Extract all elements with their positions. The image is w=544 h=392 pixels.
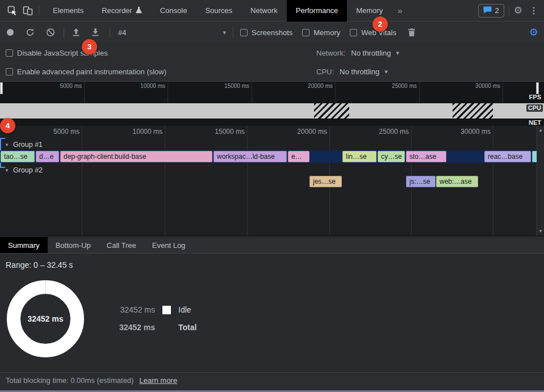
tab-console[interactable]: Console — [151, 0, 196, 22]
time-breakdown-donut — [7, 280, 84, 357]
tab-recorder[interactable]: Recorder — [93, 0, 150, 22]
trash-icon[interactable] — [407, 27, 417, 37]
flame-bar[interactable]: e… — [288, 151, 309, 162]
tab-label: Event Log — [152, 241, 186, 250]
cpu-hatch-layer — [0, 103, 544, 119]
flame-bar[interactable]: jes…se — [309, 176, 342, 187]
group-2-track: jes…sejs:…seweb:…ase — [0, 175, 544, 188]
legend-value: 32452 ms — [118, 305, 155, 314]
tab-sources[interactable]: Sources — [196, 0, 241, 22]
chevron-down-icon: ▾ — [384, 68, 388, 75]
checkbox-box[interactable] — [240, 29, 248, 36]
annotation-badge-3: 3 — [82, 39, 97, 54]
flame-bar[interactable]: workspac…ld-base — [214, 151, 287, 162]
group-label: Group #2 — [13, 166, 43, 174]
settings-gear-icon[interactable]: ⚙ — [514, 5, 522, 16]
legend-label: Total — [178, 323, 196, 332]
divider — [233, 27, 233, 38]
tab-summary[interactable]: Summary — [0, 237, 48, 253]
legend-row-total: 32452 ms Total — [118, 323, 196, 332]
flame-bar[interactable]: web:…ase — [436, 176, 478, 187]
legend-label: Idle — [178, 305, 191, 314]
flame-bar[interactable]: tao…se — [1, 151, 35, 162]
total-blocking-time-text: Total blocking time: 0.00ms (estimated) — [6, 376, 133, 385]
device-toolbar-icon[interactable] — [22, 5, 34, 17]
cpu-busy-hatch — [453, 103, 493, 119]
console-messages-button[interactable]: 2 — [478, 4, 504, 18]
capture-settings-gear-icon[interactable]: ⚙ — [529, 26, 538, 39]
checkbox-label: Memory — [313, 28, 340, 37]
divider — [64, 27, 64, 38]
experiment-flask-icon — [136, 6, 142, 15]
tab-performance[interactable]: Performance — [287, 0, 347, 22]
tab-label: Recorder — [102, 6, 132, 15]
divider — [110, 27, 110, 38]
ruler-tick: 30000 ms — [503, 82, 503, 103]
tab-call-tree[interactable]: Call Tree — [99, 237, 144, 253]
tab-label: Sources — [205, 6, 232, 15]
tab-label: Elements — [53, 6, 83, 15]
flame-bar[interactable]: cy…se — [378, 151, 405, 162]
network-label: Network: — [316, 49, 345, 57]
advanced-paint-checkbox[interactable]: Enable advanced paint instrumentation (s… — [6, 68, 166, 76]
screenshots-checkbox[interactable]: Screenshots — [240, 28, 292, 37]
overview-cpu-band — [0, 103, 544, 119]
learn-more-link[interactable]: Learn more — [139, 376, 177, 385]
overview-left-handle[interactable] — [0, 82, 3, 94]
save-profile-icon[interactable] — [90, 27, 101, 37]
checkbox-box[interactable] — [350, 29, 357, 36]
vertical-scrollbar[interactable]: ▲ ▼ — [537, 126, 544, 235]
timeline-overview[interactable]: 5000 ms10000 ms15000 ms20000 ms25000 ms3… — [0, 81, 544, 126]
record-button[interactable] — [7, 29, 14, 36]
collapse-triangle-icon[interactable]: ▼ — [5, 142, 9, 147]
tab-event-log[interactable]: Event Log — [144, 237, 194, 253]
network-throttle-select[interactable]: No throttling ▾ — [351, 49, 399, 57]
cpu-throttle-control: CPU: No throttling ▾ — [316, 68, 388, 76]
details-tabbar: Summary Bottom-Up Call Tree Event Log — [0, 237, 544, 254]
recording-select[interactable]: #4 ▾ — [118, 28, 226, 37]
checkbox-box[interactable] — [302, 29, 309, 36]
group-2-header[interactable]: ▼ Group #2 — [5, 166, 43, 174]
checkbox-box[interactable] — [6, 49, 13, 57]
network-throttle-control: Network: No throttling ▾ — [316, 49, 399, 57]
cpu-busy-hatch — [314, 103, 349, 119]
scroll-down-icon[interactable]: ▼ — [538, 229, 543, 234]
more-options-icon[interactable]: ⋮ — [529, 5, 538, 16]
collapse-triangle-icon[interactable]: ▼ — [5, 168, 9, 173]
divider — [39, 5, 39, 16]
overview-right-handle[interactable] — [536, 82, 539, 94]
flame-bar[interactable]: js:…se — [406, 176, 436, 187]
chevron-down-icon: ▾ — [223, 29, 226, 36]
load-profile-icon[interactable] — [71, 27, 81, 37]
tab-elements[interactable]: Elements — [44, 0, 93, 22]
flame-bar[interactable]: lin…se — [342, 151, 376, 162]
tab-label: Bottom-Up — [56, 241, 91, 250]
flame-bar[interactable]: dep-graph-client:build-base — [60, 151, 212, 162]
more-tabs-icon[interactable]: » — [392, 6, 408, 15]
tabbar-right-controls: 2 ⚙ ⋮ — [478, 4, 544, 18]
flame-bar[interactable]: reac…base — [484, 151, 531, 162]
tab-label: Performance — [296, 6, 338, 15]
scroll-up-icon[interactable]: ▲ — [538, 128, 543, 133]
checkbox-box[interactable] — [6, 68, 13, 75]
cpu-throttle-select[interactable]: No throttling ▾ — [340, 68, 388, 76]
tab-label: Memory — [356, 6, 383, 15]
group-1-header[interactable]: ▼ Group #1 — [5, 141, 43, 149]
tab-bottom-up[interactable]: Bottom-Up — [48, 237, 99, 253]
panel-tabs: Elements Recorder Console Sources Networ… — [44, 0, 408, 22]
ruler-tick: 15000 ms — [252, 82, 252, 103]
tab-network[interactable]: Network — [241, 0, 287, 22]
idle-swatch — [162, 306, 171, 314]
flame-bar[interactable]: sto…ase — [406, 151, 446, 162]
summary-pane: Range: 0 – 32.45 s 32452 ms 32452 ms Idl… — [0, 254, 544, 372]
devtools-window: Elements Recorder Console Sources Networ… — [0, 0, 544, 392]
console-messages-count: 2 — [495, 6, 499, 15]
reload-and-record-button[interactable] — [25, 27, 35, 37]
flame-bar[interactable]: d…e — [36, 151, 59, 162]
inspect-element-icon[interactable] — [6, 5, 18, 17]
flame-chart: 5000 ms10000 ms15000 ms20000 ms25000 ms3… — [0, 126, 544, 236]
chevron-down-icon: ▾ — [396, 49, 399, 57]
memory-checkbox[interactable]: Memory — [302, 28, 340, 37]
clear-recordings-icon[interactable] — [45, 27, 56, 37]
web-vitals-checkbox[interactable]: Web Vitals — [350, 28, 396, 37]
